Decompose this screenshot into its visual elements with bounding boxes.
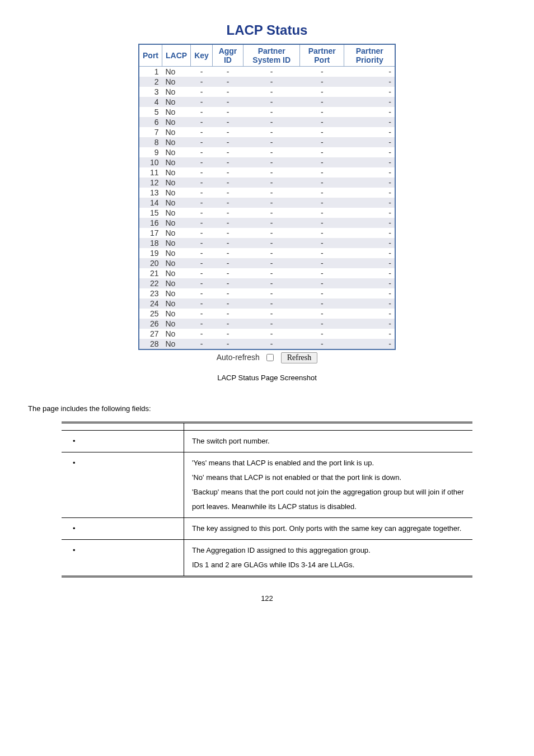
table-cell: 11 [139,167,162,178]
table-cell: No [162,218,191,228]
table-cell: - [191,198,213,208]
table-row: 19No----- [139,248,395,258]
table-cell: - [191,278,213,288]
table-row: 15No----- [139,208,395,218]
table-header-row: Port LACP Key Aggr ID Partner System ID … [139,44,395,67]
table-controls: Auto-refresh Refresh [138,352,396,363]
table-cell: - [243,309,300,319]
table-cell: No [162,167,191,178]
table-row: 12No----- [139,178,395,188]
table-cell: 5 [139,107,162,117]
table-cell: - [212,127,243,137]
table-cell: - [191,178,213,188]
table-cell: 9 [139,147,162,157]
table-cell: - [191,319,213,329]
table-cell: - [344,178,395,188]
table-cell: - [344,107,395,117]
table-cell: - [344,117,395,127]
table-cell: - [243,208,300,218]
auto-refresh-checkbox[interactable] [266,354,274,361]
screenshot-caption: LACP Status Page Screenshot [28,374,506,382]
fields-object: •Key [62,518,184,540]
table-cell: No [162,339,191,349]
table-cell: - [243,87,300,97]
table-cell: - [300,228,344,238]
table-cell: - [212,107,243,117]
table-cell: - [344,248,395,258]
table-cell: - [191,67,213,77]
table-cell: No [162,178,191,188]
table-cell: - [344,167,395,178]
fields-description: The key assigned to this port. Only port… [184,518,473,540]
table-cell: - [300,298,344,309]
table-cell: - [212,278,243,288]
fields-object: •Aggr ID [62,540,184,577]
table-cell: 26 [139,319,162,329]
table-cell: - [344,278,395,288]
table-row: 10No----- [139,157,395,167]
table-cell: - [300,117,344,127]
table-cell: - [344,77,395,87]
table-row: 3No----- [139,87,395,97]
table-cell: No [162,298,191,309]
table-cell: 3 [139,87,162,97]
table-cell: - [344,329,395,339]
table-row: 18No----- [139,238,395,248]
table-row: 22No----- [139,278,395,288]
fields-table: Object Description •Port The switch port… [62,422,472,577]
table-cell: 10 [139,157,162,167]
table-row: 23No----- [139,288,395,298]
table-cell: - [300,309,344,319]
table-cell: - [344,87,395,97]
table-cell: - [344,97,395,107]
table-cell: 27 [139,329,162,339]
table-cell: 12 [139,178,162,188]
table-cell: - [344,218,395,228]
table-cell: - [191,208,213,218]
table-cell: - [300,178,344,188]
table-cell: - [300,288,344,298]
table-cell: No [162,278,191,288]
table-cell: - [300,77,344,87]
table-cell: - [212,329,243,339]
table-cell: - [344,67,395,77]
table-cell: - [191,309,213,319]
table-cell: - [212,167,243,178]
table-cell: 23 [139,288,162,298]
table-cell: - [243,127,300,137]
table-cell: - [212,188,243,198]
table-cell: - [191,288,213,298]
table-cell: - [191,107,213,117]
table-cell: - [344,157,395,167]
refresh-button[interactable]: Refresh [281,352,318,363]
table-cell: 15 [139,208,162,218]
table-cell: - [191,137,213,147]
table-cell: - [300,147,344,157]
table-cell: 17 [139,228,162,238]
table-row: 25No----- [139,309,395,319]
fields-object: •LACP [62,452,184,518]
table-cell: - [300,167,344,178]
table-cell: - [191,258,213,268]
table-cell: No [162,198,191,208]
table-row: 6No----- [139,117,395,127]
table-cell: - [243,278,300,288]
table-cell: - [212,87,243,97]
table-cell: - [212,67,243,77]
table-cell: - [300,268,344,278]
table-cell: - [300,67,344,77]
table-cell: - [191,147,213,157]
table-cell: - [212,157,243,167]
table-cell: - [243,107,300,117]
table-cell: - [344,268,395,278]
table-cell: - [243,339,300,349]
table-cell: - [344,147,395,157]
fields-row: •Aggr ID The Aggregation ID assigned to … [62,540,472,577]
table-cell: No [162,147,191,157]
table-cell: No [162,309,191,319]
table-row: 27No----- [139,329,395,339]
table-cell: - [212,309,243,319]
page-title: LACP Status [28,22,506,38]
table-row: 16No----- [139,218,395,228]
table-row: 11No----- [139,167,395,178]
